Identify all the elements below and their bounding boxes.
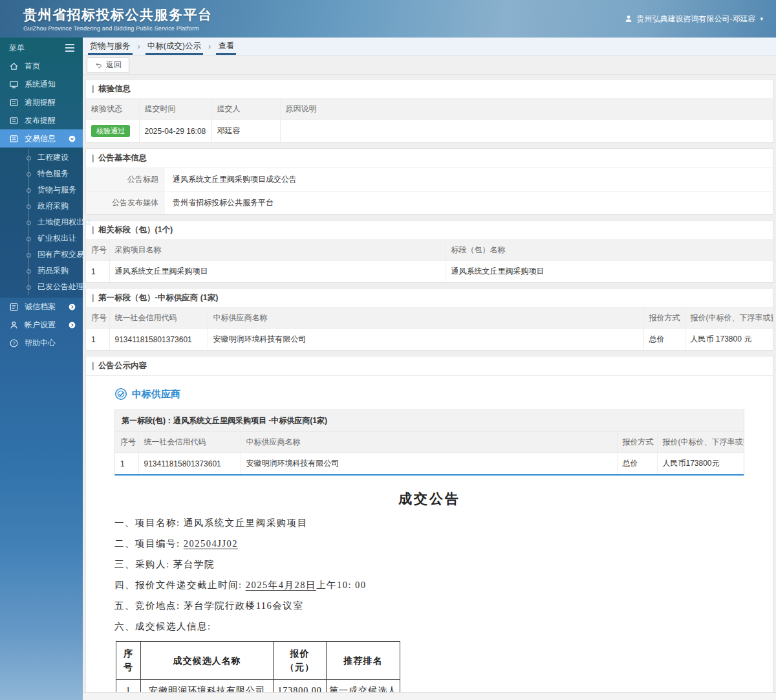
brand: 贵州省招标投标公共服务平台 GuiZhou Province Tendering…: [23, 6, 213, 32]
candidates-table: 序号成交候选人名称报价 （元）推荐排名1安徽明润环境科技有限公司173800.0…: [116, 641, 400, 700]
folder-icon: [9, 134, 19, 144]
table-header-row: 核验状态提交时间提交人原因说明: [86, 99, 773, 120]
sidebar-subitem[interactable]: 已发公告处理: [0, 279, 83, 295]
main-area: 货物与服务›中标(成交)公示›查看 返回 核验信息 核验状态提交时间提交人原因说…: [83, 38, 776, 700]
column-header: 中标供应商名称: [208, 308, 643, 329]
sidebar-subitem[interactable]: 特色服务: [0, 166, 83, 182]
winner-table: 序号统一社会信用代码中标供应商名称报价方式报价(中标价、下浮率或费率)19134…: [86, 308, 773, 350]
chevron-down-icon: ▾: [760, 16, 763, 22]
announcement-paragraph: 二、项目编号: 202504JJ02: [114, 538, 744, 550]
column-header: 报价 （元）: [274, 642, 327, 680]
table-cell: 总价: [643, 329, 685, 351]
announcement-paragraph: 五、竞价地点: 茅台学院行政楼116会议室: [114, 600, 744, 612]
breadcrumb-item[interactable]: 货物与服务: [88, 38, 133, 55]
breadcrumb-item[interactable]: 查看: [216, 38, 236, 55]
table-cell: 913411815801373601: [138, 453, 241, 475]
user-icon: [624, 14, 633, 23]
hamburger-icon[interactable]: [65, 43, 75, 52]
announcement-paragraph: 三、采购人: 茅台学院: [114, 558, 744, 571]
related-sections-section: 相关标段（包）(1个) 序号采购项目名称标段（包）名称1通风系统文丘里阀采购项目…: [85, 220, 773, 283]
sidebar-item-label: 帮助中心: [25, 338, 56, 349]
verify-table: 核验状态提交时间提交人原因说明核验通过2025-04-29 16:08邓廷容: [86, 99, 773, 142]
table-row: 1913411815801373601安徽明润环境科技有限公司总价人民币 173…: [86, 329, 773, 351]
section-title: 相关标段（包）(1个): [86, 221, 773, 240]
status-badge: 核验通过: [91, 125, 130, 137]
section-title: 公告公示内容: [86, 356, 773, 376]
sidebar-item-label: 交易信息: [25, 133, 56, 144]
winning-supplier-label: 中标供应商: [132, 388, 180, 400]
table-cell: 核验通过: [86, 120, 139, 143]
sidebar-item-label: 系统通知: [25, 79, 56, 90]
column-header: 提交时间: [139, 99, 211, 120]
field-label: 公告标题: [86, 168, 165, 191]
folder-icon: [9, 98, 19, 107]
column-header: 标段（包）名称: [446, 240, 773, 261]
table-cell: 1: [86, 261, 109, 283]
column-header: 序号: [86, 240, 109, 261]
table-cell: 总价: [617, 453, 657, 475]
sidebar-item[interactable]: 系统通知: [0, 75, 83, 93]
field-value: 贵州省招标投标公共服务平台: [165, 191, 773, 215]
column-header: 报价方式: [617, 432, 657, 453]
chevron-right-circle-icon: [68, 303, 76, 311]
chevron-down-circle-icon: [68, 135, 76, 143]
table-cell: 通风系统文丘里阀采购项目: [109, 261, 446, 283]
back-button[interactable]: 返回: [87, 57, 129, 73]
user-menu[interactable]: 贵州弘典建设咨询有限公司-邓廷容 ▾: [624, 14, 763, 25]
table-row: 核验通过2025-04-29 16:08邓廷容: [86, 120, 773, 143]
sidebar-item-label: 首页: [25, 61, 40, 72]
sidebar-item[interactable]: ?帮助中心: [0, 334, 83, 352]
sidebar-main-menu: 首页系统通知逾期提醒发布提醒交易信息: [0, 57, 83, 148]
breadcrumb-item[interactable]: 中标(成交)公示: [146, 38, 203, 55]
sidebar-subitem[interactable]: 货物与服务: [0, 182, 83, 198]
sidebar-subitem[interactable]: 矿业权出让: [0, 230, 83, 246]
chevron-right-circle-icon: [68, 321, 76, 329]
sidebar-item-label: 帐户设置: [25, 320, 56, 331]
sidebar-item[interactable]: 首页: [0, 57, 83, 75]
announcement-paragraph: 四、报价文件递交截止时间: 2025年4月28日上午10: 00: [114, 579, 744, 591]
table-cell: 人民币 173800 元: [685, 329, 773, 351]
supplier-table-caption: 第一标段(包)：通风系统文丘里阀采购项目 -中标供应商(1家): [115, 410, 744, 432]
table-row: 1913411815801373601安徽明润环境科技有限公司总价人民币1738…: [115, 453, 744, 475]
table-row: 1通风系统文丘里阀采购项目通风系统文丘里阀采购项目: [86, 261, 773, 283]
sidebar-item[interactable]: 逾期提醒: [0, 93, 83, 111]
breadcrumb-separator: ›: [203, 38, 216, 55]
sidebar-item[interactable]: 发布提醒: [0, 111, 83, 129]
column-header: 统一社会信用代码: [138, 432, 241, 453]
sidebar-item[interactable]: 诚信档案: [0, 298, 83, 316]
sidebar-subitem[interactable]: 工程建设: [0, 149, 83, 166]
sidebar-item-label: 逾期提醒: [25, 97, 56, 108]
sidebar-menu-header: 菜单: [0, 38, 83, 57]
sidebar-subitem[interactable]: 国有产权交易: [0, 246, 83, 263]
column-header: 序号: [116, 642, 141, 680]
column-header: 报价(中标价、下浮率或费率): [657, 432, 744, 453]
sidebar-subitem[interactable]: 药品采购: [0, 263, 83, 279]
column-header: 报价方式: [643, 308, 685, 329]
announcement-paragraphs: 一、项目名称: 通风系统文丘里阀采购项目二、项目编号: 202504JJ02三、…: [114, 517, 744, 633]
top-header: 贵州省招标投标公共服务平台 GuiZhou Province Tendering…: [0, 0, 776, 38]
column-header: 提交人: [211, 99, 280, 120]
sidebar-item[interactable]: 交易信息: [0, 129, 83, 148]
table-cell: 安徽明润环境科技有限公司: [241, 453, 617, 475]
table-header-row: 序号采购项目名称标段（包）名称: [86, 240, 773, 261]
person-icon: [9, 320, 19, 330]
column-header: 统一社会信用代码: [109, 308, 208, 329]
basic-info-section: 公告基本信息 公告标题通风系统文丘里阀采购项目成交公告公告发布媒体贵州省招标投标…: [85, 148, 773, 215]
winning-supplier-heading: 中标供应商: [114, 388, 744, 400]
sidebar-item[interactable]: 帐户设置: [0, 316, 83, 334]
verify-section: 核验信息 核验状态提交时间提交人原因说明核验通过2025-04-29 16:08…: [85, 79, 773, 143]
sidebar-subitem[interactable]: 政府采购: [0, 198, 83, 214]
sidebar-subitem[interactable]: 土地使用权出让: [0, 214, 83, 230]
notice-content-section: 公告公示内容 中标供应商 第一标段(包)：通风系统文丘里阀采购项目 -中标供应商…: [85, 356, 773, 700]
table-cell: 人民币173800元: [657, 453, 744, 475]
svg-text:?: ?: [12, 340, 16, 346]
supplier-table-box: 第一标段(包)：通风系统文丘里阀采购项目 -中标供应商(1家) 序号统一社会信用…: [114, 410, 744, 476]
table-cell: 1: [115, 453, 138, 475]
home-icon: [9, 61, 19, 71]
section-title: 公告基本信息: [86, 149, 773, 168]
table-cell: 1: [86, 329, 109, 351]
toolbar: 返回: [83, 56, 776, 75]
announcement-document: 成交公告 一、项目名称: 通风系统文丘里阀采购项目二、项目编号: 202504J…: [114, 490, 744, 700]
table-cell: 安徽明润环境科技有限公司: [208, 329, 643, 351]
column-header: 序号: [86, 308, 109, 329]
